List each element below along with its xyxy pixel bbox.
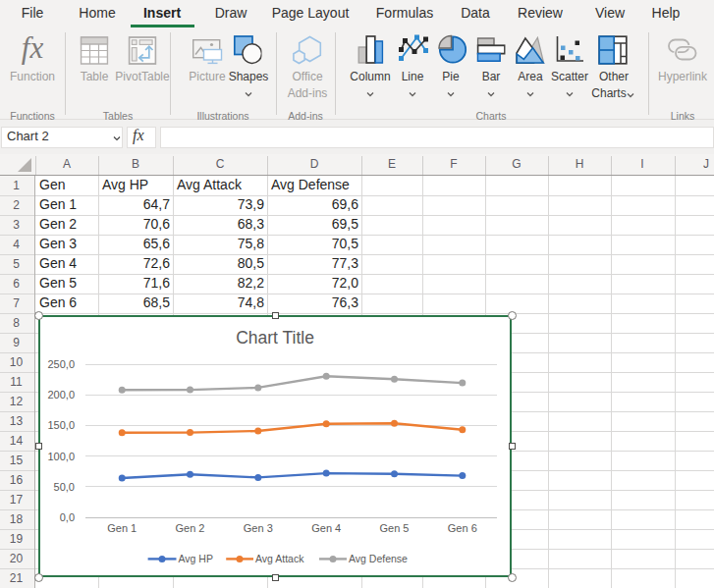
svg-text:50,0: 50,0 — [54, 481, 75, 493]
svg-text:Gen 4: Gen 4 — [311, 522, 341, 534]
svg-text:200,0: 200,0 — [47, 389, 75, 401]
svg-text:Gen 5: Gen 5 — [380, 522, 410, 534]
svg-text:Gen 2: Gen 2 — [176, 522, 205, 534]
svg-text:Gen 3: Gen 3 — [244, 522, 273, 534]
svg-text:150,0: 150,0 — [47, 419, 75, 431]
svg-text:Avg Defense: Avg Defense — [349, 553, 408, 564]
svg-text:Gen 6: Gen 6 — [448, 522, 477, 534]
svg-text:250,0: 250,0 — [47, 358, 75, 370]
svg-text:Chart Title: Chart Title — [236, 328, 314, 347]
svg-text:Gen 1: Gen 1 — [107, 522, 137, 534]
svg-text:0,0: 0,0 — [60, 511, 75, 523]
svg-text:Avg HP: Avg HP — [179, 553, 213, 564]
svg-text:100,0: 100,0 — [47, 451, 75, 462]
svg-text:Avg Attack: Avg Attack — [255, 553, 304, 564]
